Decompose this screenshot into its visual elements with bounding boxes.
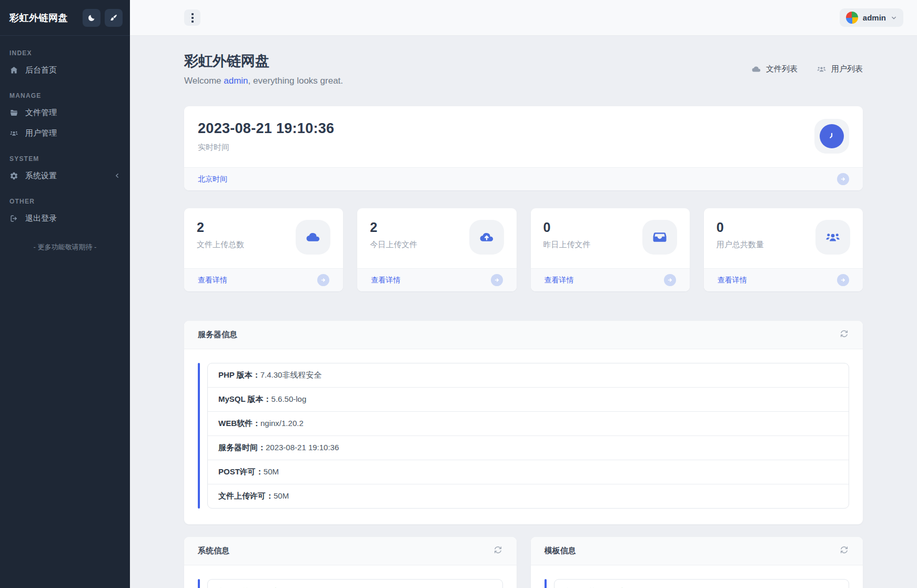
sidebar-item-files[interactable]: 文件管理 [0, 103, 130, 123]
row-label: MySQL 版本： [218, 394, 271, 403]
system-info-body: 您使用的已是最新版本！ [184, 565, 517, 588]
stat-card-body: 0 用户总共数量 [704, 208, 863, 268]
stat-card-body: 2 今日上传文件 [357, 208, 516, 268]
stat-card-footer: 查看详情 [184, 268, 343, 291]
stat-icon-badge [296, 220, 330, 255]
view-details-link[interactable]: 查看详情 [198, 276, 227, 285]
accent-bar [198, 363, 200, 509]
theme-button[interactable] [105, 9, 123, 27]
sidebar-item-label: 文件管理 [25, 108, 57, 118]
row-value: 5.6.50-log [271, 394, 307, 403]
cloud-icon [305, 229, 321, 245]
clock-icon [826, 130, 838, 142]
clock-card: 2023-08-21 19:10:36 实时时间 北京时间 [184, 106, 863, 190]
stat-cards: 2 文件上传总数 查看详情 2 [184, 208, 863, 291]
server-info-row: PHP 版本：7.4.30非线程安全 [208, 363, 849, 387]
stat-card-total-files: 2 文件上传总数 查看详情 [184, 208, 343, 291]
stat-value: 2 [197, 220, 244, 235]
view-details-link[interactable]: 查看详情 [718, 276, 747, 285]
welcome-text: Welcome admin, everything looks great. [184, 76, 343, 86]
server-info-header: 服务器信息 [184, 321, 863, 349]
user-list-label: 用户列表 [831, 64, 863, 74]
stat-value: 0 [543, 220, 591, 235]
sidebar-header: 彩虹外链网盘 [0, 0, 130, 36]
user-menu[interactable]: admin [840, 8, 903, 27]
inbox-icon [652, 229, 668, 245]
stat-card-footer: 查看详情 [357, 268, 516, 291]
sidebar-nav: INDEX 后台首页 MANAGE 文件管理 用户管理 SYSTEM 系统设置 … [0, 36, 130, 588]
row-value: nginx/1.20.2 [260, 419, 304, 428]
sidebar-item-logout[interactable]: 退出登录 [0, 208, 130, 229]
clock-card-body: 2023-08-21 19:10:36 实时时间 [184, 106, 863, 167]
template-info-list: 您使用的已是最新版本！ [554, 579, 850, 588]
row-label: POST许可： [218, 467, 264, 476]
stat-label: 今日上传文件 [370, 240, 417, 250]
nav-section-index: INDEX [0, 49, 130, 57]
server-info-card: 服务器信息 PHP 版本：7.4.30非线程安全 MySQL 版本：5.6.50… [184, 321, 863, 524]
current-time: 2023-08-21 19:10:36 [198, 120, 334, 137]
server-info-row: 文件上传许可：50M [208, 484, 849, 508]
username: admin [863, 13, 886, 22]
welcome-user-link[interactable]: admin [224, 76, 248, 86]
page-title: 彩虹外链网盘 [184, 52, 343, 70]
arrow-right-icon[interactable] [491, 274, 503, 286]
arrow-right-icon[interactable] [837, 173, 849, 185]
clock-circle [820, 124, 844, 148]
refresh-icon[interactable] [493, 545, 503, 557]
view-details-link[interactable]: 查看详情 [371, 276, 400, 285]
server-info-row: POST许可：50M [208, 460, 849, 484]
stat-card-yesterday-files: 0 昨日上传文件 查看详情 [531, 208, 690, 291]
sidebar-item-dashboard[interactable]: 后台首页 [0, 60, 130, 80]
nav-section-manage: MANAGE [0, 92, 130, 99]
stat-icon-badge [469, 220, 504, 255]
refresh-icon[interactable] [839, 329, 849, 341]
sidebar-item-label: 退出登录 [25, 214, 57, 224]
stat-card-footer: 查看详情 [531, 268, 690, 291]
view-details-link[interactable]: 查看详情 [545, 276, 574, 285]
stat-card-body: 2 文件上传总数 [184, 208, 343, 268]
brand-title: 彩虹外链网盘 [9, 12, 78, 24]
template-info-card: 模板信息 您使用的已是最新版本！ [531, 537, 863, 588]
kebab-dot [192, 17, 194, 19]
beijing-time-link[interactable]: 北京时间 [198, 175, 227, 184]
system-info-list: 您使用的已是最新版本！ [207, 579, 503, 588]
bottom-cards: 系统信息 您使用的已是最新版本！ 模板信息 [184, 537, 863, 588]
home-icon [9, 66, 18, 75]
arrow-right-icon[interactable] [837, 274, 849, 286]
users-icon [9, 129, 18, 138]
sidebar-item-label: 后台首页 [25, 65, 57, 75]
row-value: 7.4.30非线程安全 [260, 370, 322, 379]
version-status-message: 您使用的已是最新版本！ [208, 580, 502, 588]
dark-mode-button[interactable] [83, 9, 100, 27]
sidebar-item-label: 用户管理 [25, 128, 57, 138]
user-list-link[interactable]: 用户列表 [817, 64, 863, 74]
menu-kebab-button[interactable] [184, 9, 200, 26]
clock-card-footer: 北京时间 [184, 167, 863, 190]
nav-section-system: SYSTEM [0, 155, 130, 163]
sidebar-item-users[interactable]: 用户管理 [0, 123, 130, 144]
server-info-row: 服务器时间：2023-08-21 19:10:36 [208, 435, 849, 460]
sidebar-item-settings[interactable]: 系统设置 [0, 166, 130, 186]
stat-card-body: 0 昨日上传文件 [531, 208, 690, 268]
cloud-upload-icon [479, 229, 495, 245]
arrow-right-icon[interactable] [317, 274, 329, 286]
refresh-icon[interactable] [839, 545, 849, 557]
version-status-message: 您使用的已是最新版本！ [555, 580, 849, 588]
stat-value: 0 [717, 220, 764, 235]
template-info-header: 模板信息 [531, 537, 863, 565]
card-title: 模板信息 [545, 546, 576, 556]
row-value: 50M [264, 467, 279, 476]
stat-label: 文件上传总数 [197, 240, 244, 250]
sidebar: 彩虹外链网盘 INDEX 后台首页 MANAGE 文件管理 用户管理 SYSTE… [0, 0, 130, 588]
stat-label: 用户总共数量 [717, 240, 764, 250]
file-list-link[interactable]: 文件列表 [751, 64, 798, 74]
system-info-header: 系统信息 [184, 537, 517, 565]
arrow-right-icon[interactable] [664, 274, 676, 286]
stat-card-total-users: 0 用户总共数量 查看详情 [704, 208, 863, 291]
clock-icon-badge [814, 119, 849, 154]
card-title: 服务器信息 [198, 330, 237, 340]
row-label: 服务器时间： [218, 443, 266, 452]
avatar [846, 12, 858, 24]
gear-icon [9, 171, 18, 180]
logout-icon [9, 214, 18, 223]
